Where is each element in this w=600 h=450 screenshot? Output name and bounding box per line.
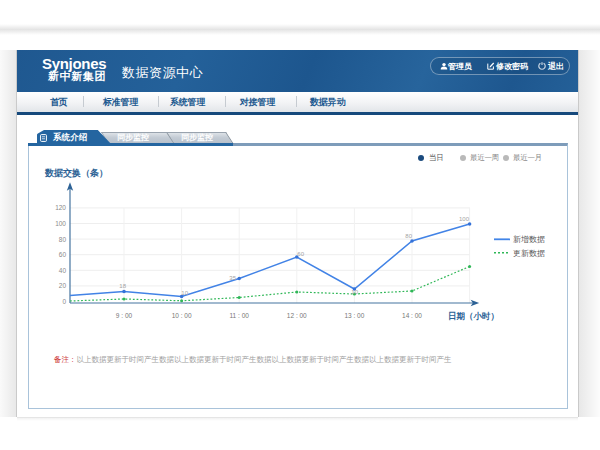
svg-text:18: 18 bbox=[119, 283, 126, 289]
svg-text:11 : 00: 11 : 00 bbox=[229, 312, 249, 319]
svg-text:120: 120 bbox=[55, 204, 66, 211]
svg-text:0: 0 bbox=[62, 298, 66, 305]
svg-text:60: 60 bbox=[297, 251, 304, 257]
svg-text:100: 100 bbox=[55, 220, 66, 227]
svg-text:10 : 00: 10 : 00 bbox=[172, 312, 192, 319]
svg-text:20: 20 bbox=[59, 282, 67, 289]
svg-text:10: 10 bbox=[351, 289, 358, 295]
svg-text:10: 10 bbox=[181, 290, 188, 296]
svg-text:13 : 00: 13 : 00 bbox=[344, 312, 364, 319]
svg-text:80: 80 bbox=[59, 236, 67, 243]
svg-text:12 : 00: 12 : 00 bbox=[287, 312, 307, 319]
svg-text:新增数据: 新增数据 bbox=[513, 235, 545, 244]
svg-text:日期（小时）: 日期（小时） bbox=[448, 311, 499, 321]
svg-text:40: 40 bbox=[59, 267, 67, 274]
svg-text:60: 60 bbox=[59, 251, 67, 258]
svg-text:9 : 00: 9 : 00 bbox=[116, 312, 133, 319]
svg-text:80: 80 bbox=[405, 233, 412, 239]
svg-text:100: 100 bbox=[459, 216, 470, 222]
svg-text:14 : 00: 14 : 00 bbox=[402, 312, 422, 319]
svg-text:更新数据: 更新数据 bbox=[513, 249, 545, 258]
svg-text:数据交换（条）: 数据交换（条） bbox=[44, 168, 108, 178]
svg-text:35: 35 bbox=[229, 275, 236, 281]
